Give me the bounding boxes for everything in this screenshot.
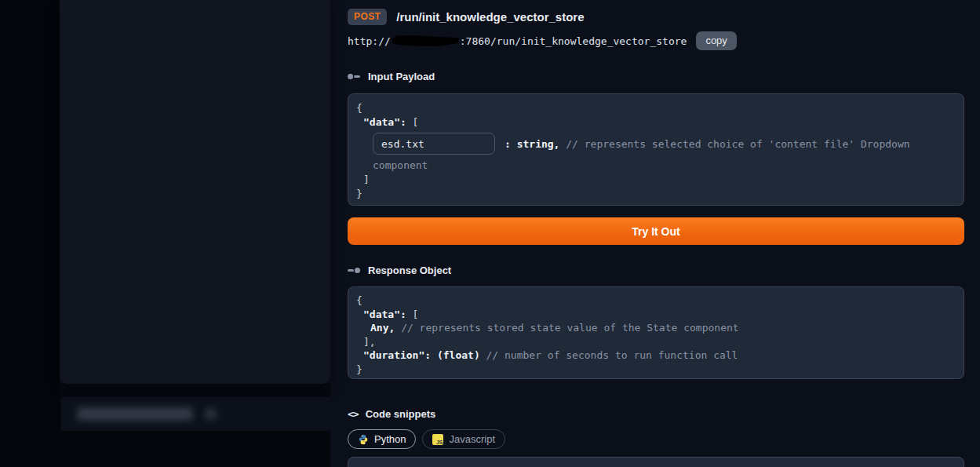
code-line: } [356,363,956,377]
input-payload-code-block: { "data": [ : string, // represents sele… [348,93,964,206]
output-arrow-icon [348,267,361,275]
tab-javascript-label: Javascript [449,433,495,445]
snippet-code-block: import requests [348,457,964,467]
blurred-count-badge [204,407,217,421]
sidebar-panel [60,0,330,384]
input-payload-heading: Input Payload [348,71,964,82]
api-docs-content: POST /run/init_knowledge_vector_store ht… [348,0,964,467]
url-suffix: :7860/run/init_knowledge_vector_store [460,35,687,47]
tab-python[interactable]: Python [348,429,416,449]
redacted-host [392,35,459,46]
code-line: "data": [ [356,115,956,130]
try-it-out-button[interactable]: Try It Out [348,217,964,245]
http-method-badge: POST [348,9,387,25]
endpoint-url: http://:7860/run/init_knowledge_vector_s… [348,35,687,47]
code-snippets-heading-label: Code snippets [366,408,436,420]
code-line: ], [356,335,956,349]
snippet-language-tabs: Python JS Javascript [348,429,964,449]
code-line: ] [356,173,956,187]
blurred-endpoint-label [77,407,193,421]
sidebar-lower-area [60,384,330,467]
blurred-endpoint-list-item[interactable] [61,397,330,431]
response-object-heading: Response Object [348,265,964,276]
tab-python-label: Python [374,433,406,445]
endpoint-path: /run/init_knowledge_vector_store [396,10,584,24]
code-line: Any, // represents stored state value of… [356,321,956,335]
url-prefix: http:// [348,35,391,47]
code-snippets-heading: <> Code snippets [348,408,964,420]
parameter-comment: // represents selected choice of 'conten… [566,138,909,150]
python-logo-icon [358,434,369,445]
code-line: "duration": (float) // number of seconds… [356,348,956,363]
input-arrow-icon [348,73,361,81]
input-payload-heading-label: Input Payload [368,71,435,82]
code-line: "data": [ [356,308,956,322]
content-file-value-input[interactable] [373,133,495,155]
code-line: { [356,294,956,308]
copy-url-button[interactable]: copy [696,31,736,50]
code-line: } [356,187,956,201]
response-object-code-block: { "data": [ Any, // represents stored st… [348,286,964,379]
code-brackets-icon: <> [348,408,359,420]
parameter-input-row: : string, // represents selected choice … [356,133,956,155]
javascript-logo-icon: JS [432,434,443,445]
window-left-edge [0,0,60,467]
endpoint-url-row: http://:7860/run/init_knowledge_vector_s… [348,31,964,50]
response-object-heading-label: Response Object [368,265,451,276]
parameter-type: : string, [505,138,566,150]
code-line: { [356,101,956,115]
comment-continuation: component [356,159,956,173]
endpoint-header: POST /run/init_knowledge_vector_store [348,8,964,25]
tab-javascript[interactable]: JS Javascript [422,429,505,449]
